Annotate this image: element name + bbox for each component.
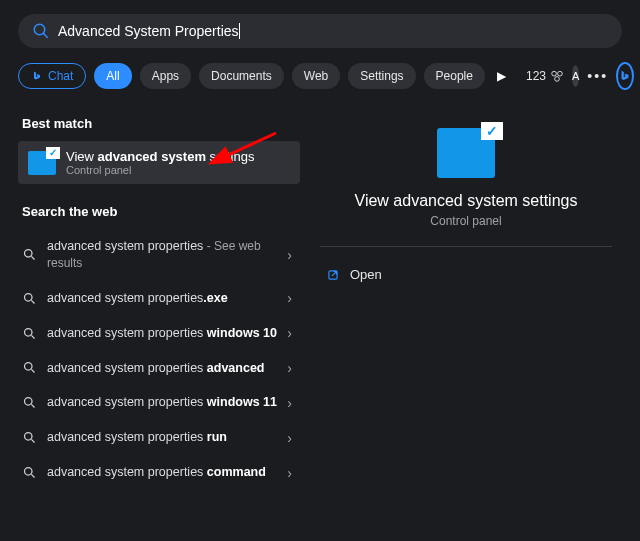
web-result-item[interactable]: advanced system properties windows 11›: [18, 385, 300, 420]
results-column: Best match View advanced system settings…: [0, 108, 300, 539]
best-match-result[interactable]: View advanced system settings Control pa…: [18, 141, 300, 184]
web-result-item[interactable]: advanced system properties - See web res…: [18, 229, 300, 281]
best-match-subtitle: Control panel: [66, 164, 254, 176]
tab-all[interactable]: All: [94, 63, 131, 89]
chevron-right-icon: ›: [287, 395, 292, 411]
svg-line-18: [31, 474, 34, 477]
account-letter: A: [572, 70, 579, 82]
filter-tabs: Chat All Apps Documents Web Settings Peo…: [18, 62, 622, 90]
web-result-text: advanced system properties - See web res…: [47, 238, 277, 272]
search-icon: [22, 395, 37, 410]
rewards-icon: [550, 69, 564, 83]
more-tabs-button[interactable]: ▶: [493, 69, 510, 83]
web-results-list: advanced system properties - See web res…: [18, 229, 300, 490]
search-icon: [22, 291, 37, 306]
svg-line-12: [31, 370, 34, 373]
details-title: View advanced system settings: [320, 192, 612, 210]
svg-point-5: [25, 250, 33, 258]
search-bar[interactable]: Advanced System Properties: [18, 14, 622, 48]
svg-line-10: [31, 335, 34, 338]
chevron-right-icon: ›: [287, 290, 292, 306]
svg-point-17: [25, 468, 33, 476]
bing-icon: [618, 69, 632, 83]
tab-documents[interactable]: Documents: [199, 63, 284, 89]
details-pane: View advanced system settings Control pa…: [300, 108, 640, 539]
svg-point-7: [25, 293, 33, 301]
svg-point-9: [25, 328, 33, 336]
svg-point-3: [558, 71, 563, 76]
bing-chat-icon: [31, 70, 43, 82]
web-result-text: advanced system properties windows 11: [47, 394, 277, 411]
web-result-item[interactable]: advanced system properties command›: [18, 455, 300, 490]
svg-line-1: [43, 33, 48, 38]
chevron-right-icon: ›: [287, 325, 292, 341]
svg-point-11: [25, 363, 33, 371]
web-result-item[interactable]: advanced system properties windows 10›: [18, 316, 300, 351]
system-settings-icon: [28, 151, 56, 175]
tab-chat-label: Chat: [48, 69, 73, 83]
chevron-right-icon: ›: [287, 247, 292, 263]
divider: [320, 246, 612, 247]
best-match-text: View advanced system settings Control pa…: [66, 149, 254, 176]
tab-people[interactable]: People: [424, 63, 485, 89]
tab-chat[interactable]: Chat: [18, 63, 86, 89]
chevron-right-icon: ›: [287, 430, 292, 446]
account-button[interactable]: A: [572, 65, 579, 87]
text-caret: [239, 23, 240, 39]
search-icon: [22, 465, 37, 480]
rewards-points: 123: [526, 69, 546, 83]
svg-line-16: [31, 440, 34, 443]
details-icon: [437, 128, 495, 178]
tab-settings[interactable]: Settings: [348, 63, 415, 89]
tab-web[interactable]: Web: [292, 63, 340, 89]
svg-line-14: [31, 405, 34, 408]
search-icon: [32, 22, 50, 40]
best-match-heading: Best match: [22, 116, 300, 131]
web-result-text: advanced system properties command: [47, 464, 277, 481]
web-result-text: advanced system properties.exe: [47, 290, 277, 307]
search-icon: [22, 247, 37, 262]
svg-point-13: [25, 398, 33, 406]
more-options-button[interactable]: •••: [587, 68, 608, 84]
search-icon: [22, 360, 37, 375]
web-result-item[interactable]: advanced system properties advanced›: [18, 351, 300, 386]
open-action[interactable]: Open: [320, 261, 612, 288]
chevron-right-icon: ›: [287, 360, 292, 376]
svg-line-6: [31, 257, 34, 260]
main-content: Best match View advanced system settings…: [0, 108, 640, 539]
details-subtitle: Control panel: [320, 214, 612, 228]
search-icon: [22, 326, 37, 341]
svg-point-0: [34, 24, 45, 35]
open-label: Open: [350, 267, 382, 282]
svg-point-4: [555, 77, 560, 82]
web-result-text: advanced system properties advanced: [47, 360, 277, 377]
web-result-text: advanced system properties run: [47, 429, 277, 446]
web-result-item[interactable]: advanced system properties.exe›: [18, 281, 300, 316]
search-query-text: Advanced System Properties: [58, 23, 239, 39]
svg-line-8: [31, 300, 34, 303]
web-result-item[interactable]: advanced system properties run›: [18, 420, 300, 455]
search-icon: [22, 430, 37, 445]
rewards-indicator[interactable]: 123: [526, 69, 564, 83]
chevron-right-icon: ›: [287, 465, 292, 481]
tab-apps[interactable]: Apps: [140, 63, 191, 89]
svg-point-2: [552, 71, 557, 76]
open-icon: [326, 268, 340, 282]
search-web-heading: Search the web: [22, 204, 300, 219]
bing-button[interactable]: [616, 62, 634, 90]
web-result-text: advanced system properties windows 10: [47, 325, 277, 342]
svg-point-15: [25, 433, 33, 441]
